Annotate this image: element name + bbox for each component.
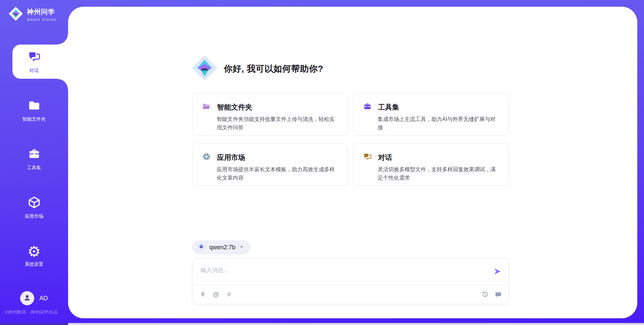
open-folder-icon: [202, 102, 211, 112]
card-smart-folder[interactable]: 智能文件夹 智能文件夹功能支持批量文件上传与清洗，轻松实现文件问答: [192, 93, 348, 136]
cube-grid-icon: [202, 152, 211, 162]
greeting: 你好, 我可以如何帮助你?: [191, 54, 323, 84]
folder-icon: [28, 99, 41, 113]
sidebar-item-label: 系统设置: [25, 261, 44, 267]
sidebar-nav: 对话 智能文件夹 工具集: [0, 45, 68, 287]
card-chat[interactable]: 对话 灵活切换多模型文件，支持多样回复效果调试，满足个性化需求: [353, 143, 509, 186]
sidebar-item-toolset[interactable]: 工具集: [0, 142, 68, 176]
card-title: 应用市场: [217, 153, 245, 162]
sidebar: 神州问学 Smart Vision 对话 智能文件夹: [0, 0, 68, 325]
main-panel: 你好, 我可以如何帮助你? 智能文件夹 智能文件夹功能支持批量文件上传与清洗，轻…: [68, 7, 637, 318]
card-toolset[interactable]: 工具集 集成市场上主流工具，助力AI与外界无缝扩展与对接: [353, 93, 509, 136]
sidebar-item-label: 智能文件夹: [22, 116, 46, 122]
brand-subtitle: Smart Vision: [27, 17, 57, 21]
diamond-logo-icon: [8, 6, 23, 23]
cube-icon: [28, 196, 41, 210]
person-icon: [23, 294, 31, 303]
user-account[interactable]: AD: [0, 291, 68, 305]
greeting-title: 你好, 我可以如何帮助你?: [224, 63, 323, 75]
card-description: 集成市场上主流工具，助力AI与外界无缝扩展与对接: [378, 115, 499, 132]
gear-icon: ⚙: [28, 245, 41, 258]
toolbox-icon: [363, 102, 372, 112]
message-composer: @ #: [192, 258, 509, 304]
sidebar-item-chat[interactable]: 对话: [0, 45, 68, 79]
chat-bubbles-icon: [28, 50, 41, 65]
user-initials: AD: [39, 295, 48, 302]
diamond-logo-icon: [197, 242, 206, 252]
feature-cards: 智能文件夹 智能文件夹功能支持批量文件上传与清洗，轻松实现文件问答 工具集 集: [192, 93, 509, 186]
chevron-down-icon: [239, 244, 244, 251]
card-title: 工具集: [378, 103, 399, 112]
card-title: 智能文件夹: [217, 103, 252, 112]
message-input[interactable]: [201, 264, 482, 277]
avatar: [20, 291, 34, 305]
attachment-icon[interactable]: [199, 291, 207, 298]
sidebar-item-label: 工具集: [27, 165, 41, 171]
hashtag-icon[interactable]: #: [225, 291, 233, 298]
toolbox-icon: [28, 147, 41, 162]
horizontal-scrollbar[interactable]: [0, 323, 644, 325]
brand: 神州问学 Smart Vision: [8, 6, 57, 23]
card-title: 对话: [378, 153, 392, 162]
sidebar-item-settings[interactable]: ⚙ 系统设置: [0, 239, 68, 273]
card-description: 应用市场提供丰富长文本模板，助力高效生成多样化文章内容: [217, 166, 338, 182]
brand-name: 神州问学: [27, 7, 57, 16]
history-icon[interactable]: [481, 291, 489, 298]
feedback-bubble-icon[interactable]: [494, 291, 502, 298]
card-app-market[interactable]: 应用市场 应用市场提供丰富长文本模板，助力高效生成多样化文章内容: [192, 143, 348, 186]
sidebar-item-smart-folder[interactable]: 智能文件夹: [0, 93, 68, 127]
copyright-text: ©神州数码 · 神州问学出品: [5, 309, 58, 315]
card-description: 灵活切换多模型文件，支持多样回复效果调试，满足个性化需求: [378, 166, 499, 182]
model-selector[interactable]: qwen2:7b: [192, 240, 250, 254]
mention-icon[interactable]: @: [212, 291, 220, 298]
send-icon[interactable]: [493, 267, 502, 276]
chat-bubbles-icon: [363, 152, 372, 162]
sidebar-item-label: 对话: [30, 68, 39, 74]
model-name: qwen2:7b: [209, 244, 235, 251]
sidebar-item-label: 应用市场: [25, 213, 44, 219]
card-description: 智能文件夹功能支持批量文件上传与清洗，轻松实现文件问答: [217, 115, 338, 132]
diamond-logo-icon: [191, 54, 218, 84]
sidebar-item-app-market[interactable]: 应用市场: [0, 190, 68, 224]
